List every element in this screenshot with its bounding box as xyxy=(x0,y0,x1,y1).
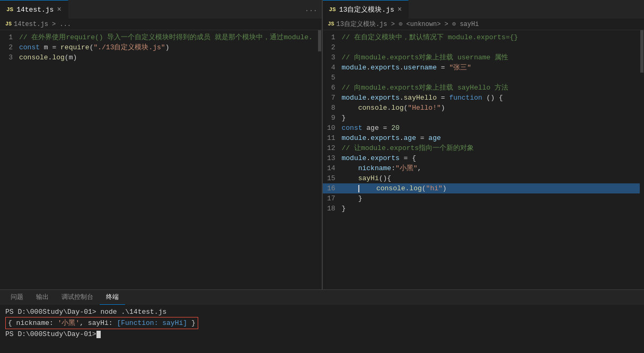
right-breadcrumb: JS 13自定义模块.js > ⊙ <unknown> > ⊙ sayHi xyxy=(323,19,645,30)
bottom-panel: 问题 输出 调试控制台 终端 PS D:\000Study\Day-01> no… xyxy=(0,289,644,353)
table-row: 15 sayHi(){ xyxy=(323,173,640,183)
breadcrumb-js-icon-right: JS xyxy=(328,21,334,27)
table-row: 2 xyxy=(323,42,640,52)
table-row: 1 // 在外界使用require() 导入一个自定义模块时得到的成员 就是那个… xyxy=(0,32,317,42)
tab-problems[interactable]: 问题 xyxy=(4,290,30,305)
right-tab-13module[interactable]: JS 13自定义模块.js × xyxy=(323,0,409,19)
right-tab-bar: JS 13自定义模块.js × xyxy=(323,0,645,19)
left-code-container[interactable]: 1 // 在外界使用require() 导入一个自定义模块时得到的成员 就是那个… xyxy=(0,30,317,289)
table-row: 2 const m = require("./13自定义模块.js") xyxy=(0,42,317,52)
tab-terminal[interactable]: 终端 xyxy=(100,290,125,305)
table-row: 13 module.exports = { xyxy=(323,153,640,163)
table-row: 9 } xyxy=(323,113,640,123)
table-row: 11 module.exports.age = age xyxy=(323,133,640,143)
right-tab-label: 13自定义模块.js xyxy=(339,5,394,14)
table-row: 10 const age = 20 xyxy=(323,123,640,133)
table-row: 3 // 向module.exports对象上挂载 username 属性 xyxy=(323,52,640,63)
right-code-area[interactable]: 1 // 在自定义模块中，默认情况下 module.exports={} 2 3… xyxy=(323,30,645,289)
terminal-content[interactable]: PS D:\000Study\Day-01> node .\14test.js … xyxy=(0,305,644,352)
table-row: 8 console.log("Hello!") xyxy=(323,103,640,113)
right-scrollbar[interactable] xyxy=(640,30,644,289)
right-scroll-thumb[interactable] xyxy=(640,30,643,73)
right-tab-close[interactable]: × xyxy=(398,6,402,13)
left-tab-label: 14test.js xyxy=(16,6,54,14)
table-row: 7 module.exports.sayHello = function () … xyxy=(323,93,640,103)
table-row: 6 // 向module.exports对象上挂载 sayHello 方法 xyxy=(323,83,640,93)
left-tab-14test[interactable]: JS 14test.js × xyxy=(0,0,68,19)
tab-output[interactable]: 输出 xyxy=(30,290,55,305)
terminal-line-3: PS D:\000Study\Day-01> xyxy=(5,329,639,339)
breadcrumb-js-icon-left: JS xyxy=(5,21,12,27)
table-row: 4 module.exports.username = "张三" xyxy=(323,63,640,73)
right-editor-pane: JS 13自定义模块.js × JS 13自定义模块.js > ⊙ <unkno… xyxy=(323,0,645,289)
js-icon-left: JS xyxy=(6,6,13,13)
left-breadcrumb: JS 14test.js > ... xyxy=(0,19,322,30)
left-scrollbar[interactable] xyxy=(317,30,322,289)
terminal-line-1: PS D:\000Study\Day-01> node .\14test.js xyxy=(5,307,639,317)
table-row: 12 // 让module.exports指向一个新的对象 xyxy=(323,143,640,153)
left-tab-bar: JS 14test.js × ... xyxy=(0,0,322,19)
table-row: 5 xyxy=(323,73,640,83)
js-icon-right: JS xyxy=(329,6,336,13)
left-code-area[interactable]: 1 // 在外界使用require() 导入一个自定义模块时得到的成员 就是那个… xyxy=(0,30,322,289)
terminal-line-2: { nickname: '小黑', sayHi: [Function: sayH… xyxy=(5,317,639,329)
right-code-container[interactable]: 1 // 在自定义模块中，默认情况下 module.exports={} 2 3… xyxy=(323,30,640,289)
left-tab-close[interactable]: × xyxy=(57,6,61,13)
terminal-cursor xyxy=(96,331,101,338)
table-row: 14 nickname:"小黑", xyxy=(323,163,640,173)
left-more-button[interactable]: ... xyxy=(305,0,321,19)
left-scroll-thumb[interactable] xyxy=(318,30,321,51)
table-row: 3 console.log(m) xyxy=(0,52,317,63)
table-row: 17 } xyxy=(323,193,640,204)
tab-debug-console[interactable]: 调试控制台 xyxy=(55,290,100,305)
table-row: 1 // 在自定义模块中，默认情况下 module.exports={} xyxy=(323,32,640,42)
table-row: 16 console.log("hi") xyxy=(323,183,640,193)
terminal-output-box: { nickname: '小黑', sayHi: [Function: sayH… xyxy=(5,317,198,329)
table-row: 18 } xyxy=(323,204,640,214)
left-editor-pane: JS 14test.js × ... JS 14test.js > ... 1 xyxy=(0,0,322,289)
bottom-tab-bar: 问题 输出 调试控制台 终端 xyxy=(0,290,644,305)
